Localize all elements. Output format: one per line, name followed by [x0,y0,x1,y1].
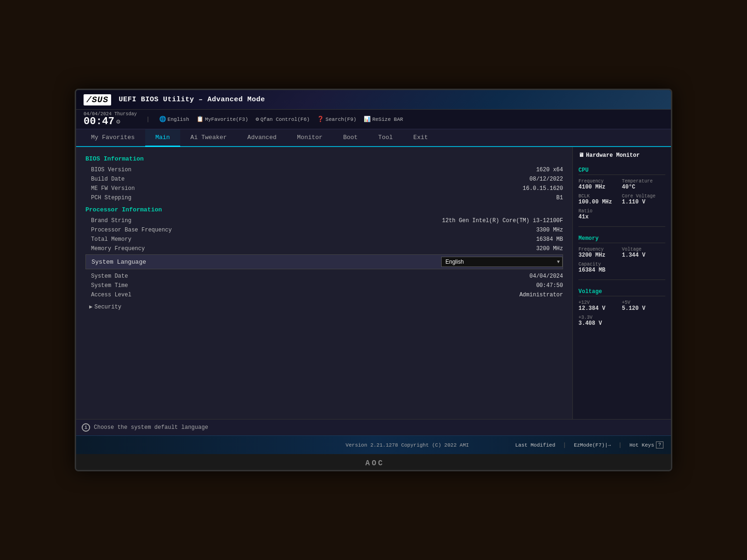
bios-title: UEFI BIOS Utility – Advanced Mode [119,96,265,104]
hot-keys-button[interactable]: Hot Keys ? [629,441,663,448]
tab-ai-tweaker[interactable]: Ai Tweaker [180,129,237,147]
language-select[interactable]: English Simplified Chinese Traditional C… [441,257,563,267]
monitor-brand-bar: AOC [76,454,672,471]
memory-section-title: Memory [578,235,665,243]
tab-tool[interactable]: Tool [368,129,403,147]
header-bar: /SUS UEFI BIOS Utility – Advanced Mode [76,90,671,110]
core-voltage-col: Core Voltage 1.110 V [622,194,665,205]
core-voltage-label: Core Voltage [622,194,665,199]
bclk-label: BCLK [578,194,622,199]
shortcut-language[interactable]: 🌐 English [159,116,189,123]
build-date-value: 08/12/2022 [529,176,563,182]
mem-voltage-col: Voltage 1.344 V [622,247,665,259]
me-fw-label: ME FW Version [91,185,135,192]
mem-freq-value: 3200 MHz [536,245,563,252]
ratio-label: Ratio [578,209,665,214]
proc-freq-label: Processor Base Frequency [91,227,172,233]
system-time-value: 00:47:50 [536,282,563,289]
system-date-row: System Date 04/04/2024 [85,270,563,281]
info-hint-text: Choose the system default language [94,424,208,431]
brand-string-value: 12th Gen Intel(R) Core(TM) i3-12100F [442,217,563,224]
system-date-label: System Date [91,273,128,280]
footer-actions: Last Modified | EzMode(F7)|→ | Hot Keys … [515,441,664,448]
left-panel: BIOS Information BIOS Version 1620 x64 B… [76,147,573,419]
access-level-row: Access Level Administrator [85,290,563,300]
cpu-frequency-value: 4100 MHz [578,184,622,190]
shortcut-qfan[interactable]: ⚙ Qfan Control(F6) [256,116,310,123]
shortcut-resizebar[interactable]: 📊 ReSize BAR [364,116,403,123]
v12-col: +12V 12.384 V [578,300,622,312]
v33-value: 3.408 V [578,320,665,327]
mem-voltage-label: Voltage [622,247,665,252]
pch-stepping-value: B1 [557,195,563,201]
brand-string-row: Brand String 12th Gen Intel(R) Core(TM) … [85,216,563,225]
bios-version-row: BIOS Version 1620 x64 [85,165,563,175]
mem-frequency-value: 3200 MHz [578,252,622,259]
ez-mode-button[interactable]: EzMode(F7)|→ [574,442,611,448]
v33-row: +3.3V 3.408 V [578,315,665,327]
tab-monitor[interactable]: Monitor [287,129,333,147]
access-level-value: Administrator [519,292,563,298]
security-arrow-icon: ▶ [89,303,92,310]
proc-freq-value: 3300 MHz [536,227,563,233]
aoc-brand: AOC [366,459,385,468]
tab-my-favorites[interactable]: My Favorites [81,129,145,147]
cpu-temperature-label: Temperature [622,179,665,184]
voltage-section-title: Voltage [578,288,665,296]
tab-boot[interactable]: Boot [333,129,368,147]
mem-capacity-value: 16384 MB [578,267,665,273]
pch-stepping-label: PCH Stepping [91,195,131,201]
footer-separator-1: | [563,441,566,448]
mem-freq-voltage-row: Frequency 3200 MHz Voltage 1.344 V [578,247,665,259]
access-level-label: Access Level [91,292,131,298]
cpu-section-title: CPU [578,167,665,175]
mem-frequency-col: Frequency 3200 MHz [578,247,622,259]
v12-value: 12.384 V [578,305,622,312]
ratio-value: 41x [578,214,665,220]
shortcut-search[interactable]: ❓ Search(F9) [317,116,356,123]
hardware-monitor-title: 🖥 Hardware Monitor [578,152,665,159]
ratio-row: Ratio 41x [578,209,665,220]
build-date-row: Build Date 08/12/2022 [85,175,563,184]
system-language-row[interactable]: System Language English Simplified Chine… [85,254,563,269]
datetime-block: 04/04/2024 Thursday 00:47⚙ [84,112,137,127]
search-help-icon: ❓ [317,116,324,123]
mem-freq-label: Memory Frequency [91,245,145,252]
security-label: Security [94,304,121,310]
footer-separator-2: | [618,441,622,448]
brand-string-label: Brand String [91,217,131,224]
hardware-monitor-panel: 🖥 Hardware Monitor CPU Frequency 4100 MH… [573,147,671,419]
system-time-row: System Time 00:47:50 [85,281,563,290]
system-time-label: System Time [91,282,128,289]
resize-icon: 📊 [364,116,371,123]
language-dropdown-wrapper[interactable]: English Simplified Chinese Traditional C… [441,257,563,267]
v33-col: +3.3V 3.408 V [578,315,665,327]
tab-advanced[interactable]: Advanced [237,129,287,147]
cpu-divider [578,226,665,227]
content-area: BIOS Information BIOS Version 1620 x64 B… [76,147,671,419]
mem-capacity-label: Capacity [578,262,665,267]
clipboard-icon: 📋 [197,116,204,123]
cpu-frequency-label: Frequency [578,179,622,184]
tab-exit[interactable]: Exit [403,129,438,147]
system-language-label: System Language [92,259,146,266]
v12-v5-row: +12V 12.384 V +5V 5.120 V [578,300,665,312]
info-bar: 04/04/2024 Thursday 00:47⚙ | 🌐 English 📋… [76,110,671,129]
system-date-value: 04/04/2024 [529,273,563,280]
bios-version-label: BIOS Version [91,167,131,173]
tab-main[interactable]: Main [145,129,180,147]
cpu-freq-temp-row: Frequency 4100 MHz Temperature 40°C [578,179,665,190]
proc-freq-row: Processor Base Frequency 3300 MHz [85,225,563,235]
v5-label: +5V [622,300,665,305]
security-row[interactable]: ▶ Security [85,301,563,312]
settings-gear-icon[interactable]: ⚙ [116,119,120,125]
mem-capacity-col: Capacity 16384 MB [578,262,665,273]
pch-stepping-row: PCH Stepping B1 [85,193,563,203]
v33-label: +3.3V [578,315,665,320]
total-memory-row: Total Memory 16384 MB [85,235,563,244]
footer-version: Version 2.21.1278 Copyright (C) 2022 AMI [299,442,515,448]
shortcut-myfavorite[interactable]: 📋 MyFavorite(F3) [197,116,248,123]
processor-info-section-title: Processor Information [85,206,563,213]
total-memory-value: 16384 MB [536,236,563,243]
last-modified-button[interactable]: Last Modified [515,442,556,448]
